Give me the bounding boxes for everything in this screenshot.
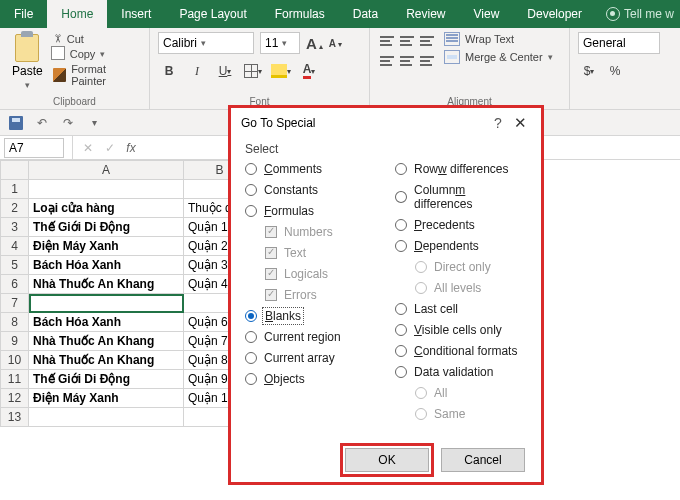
cancel-entry-button[interactable]: ✕ — [77, 137, 99, 159]
tell-me[interactable]: Tell me w — [606, 0, 680, 28]
select-label: Select — [245, 142, 527, 156]
select-all-corner[interactable] — [1, 161, 29, 180]
check-text: Text — [265, 246, 377, 260]
row-header[interactable]: 2 — [1, 199, 29, 218]
cell[interactable]: Bách Hóa Xanh — [29, 313, 184, 332]
close-button[interactable]: ✕ — [509, 114, 531, 132]
insert-function-button[interactable]: fx — [121, 141, 141, 155]
accounting-format-button[interactable]: $▾ — [578, 60, 600, 82]
check-numbers: Numbers — [265, 225, 377, 239]
enter-entry-button[interactable]: ✓ — [99, 137, 121, 159]
redo-button[interactable]: ↷ — [60, 115, 76, 131]
tab-review[interactable]: Review — [392, 0, 459, 28]
row-header[interactable]: 9 — [1, 332, 29, 351]
radio-row-differences[interactable]: Roww differences — [395, 162, 527, 176]
radio-data-validation[interactable]: Data validation — [395, 365, 527, 379]
cell[interactable]: Điện Máy Xanh — [29, 237, 184, 256]
cell[interactable]: Thế Giới Di Động — [29, 370, 184, 389]
group-clipboard: Paste ▾ ✂Cut Copy▾ Format Painter Clipbo… — [0, 28, 150, 109]
tab-file[interactable]: File — [0, 0, 47, 28]
wrap-icon — [444, 32, 460, 46]
alignment-buttons[interactable] — [378, 32, 436, 70]
lightbulb-icon — [606, 7, 620, 21]
ok-button[interactable]: OK — [345, 448, 429, 472]
italic-button[interactable]: I — [186, 60, 208, 82]
tab-insert[interactable]: Insert — [107, 0, 165, 28]
copy-button[interactable]: Copy▾ — [53, 48, 141, 60]
paste-label: Paste — [12, 64, 43, 78]
col-header-a[interactable]: A — [29, 161, 184, 180]
row-header[interactable]: 1 — [1, 180, 29, 199]
paste-button[interactable]: Paste ▾ — [8, 32, 47, 92]
row-header[interactable]: 8 — [1, 313, 29, 332]
increase-font-button[interactable]: A▴ — [306, 35, 323, 52]
qat-more[interactable]: ▾ — [86, 115, 102, 131]
radio-column-differences[interactable]: Columnm differences — [395, 183, 527, 211]
cell[interactable] — [29, 408, 184, 427]
font-name-combo[interactable]: Calibri▾ — [158, 32, 254, 54]
save-icon — [9, 116, 23, 130]
tab-view[interactable]: View — [460, 0, 514, 28]
font-color-button[interactable]: A▾ — [298, 60, 320, 82]
row-header[interactable]: 10 — [1, 351, 29, 370]
radio-current-array[interactable]: Current array — [245, 351, 377, 365]
cut-button[interactable]: ✂Cut — [53, 32, 141, 45]
cell[interactable] — [29, 180, 184, 199]
undo-button[interactable]: ↶ — [34, 115, 50, 131]
cell[interactable]: Nhà Thuốc An Khang — [29, 332, 184, 351]
row-header[interactable]: 12 — [1, 389, 29, 408]
cell[interactable]: Loại cửa hàng — [29, 199, 184, 218]
cell[interactable]: Thế Giới Di Động — [29, 218, 184, 237]
radio-last-cell[interactable]: Last cell — [395, 302, 527, 316]
wrap-text-button[interactable]: Wrap Text — [444, 32, 553, 46]
tab-developer[interactable]: Developer — [513, 0, 596, 28]
paste-icon — [15, 34, 39, 62]
tab-page-layout[interactable]: Page Layout — [165, 0, 260, 28]
cell[interactable]: Bách Hóa Xanh — [29, 256, 184, 275]
cell[interactable] — [29, 294, 184, 313]
row-header[interactable]: 5 — [1, 256, 29, 275]
group-font: Calibri▾ 11▾ A▴ A▾ B I U▾ ▾ ▾ A▾ Font — [150, 28, 370, 109]
row-header[interactable]: 13 — [1, 408, 29, 427]
decrease-font-button[interactable]: A▾ — [329, 38, 342, 49]
cell[interactable]: Nhà Thuốc An Khang — [29, 275, 184, 294]
radio-precedents[interactable]: Precedents — [395, 218, 527, 232]
dialog-title: Go To Special — [241, 116, 487, 130]
row-header[interactable]: 6 — [1, 275, 29, 294]
row-header[interactable]: 11 — [1, 370, 29, 389]
merge-center-button[interactable]: Merge & Center▾ — [444, 50, 553, 64]
row-header[interactable]: 3 — [1, 218, 29, 237]
format-painter-button[interactable]: Format Painter — [53, 63, 141, 87]
radio-formulas[interactable]: Formulas — [245, 204, 377, 218]
name-box[interactable] — [4, 138, 64, 158]
check-errors: Errors — [265, 288, 377, 302]
row-header[interactable]: 4 — [1, 237, 29, 256]
radio-objects[interactable]: Objects — [245, 372, 377, 386]
radio-visible-cells[interactable]: Visible cells only — [395, 323, 527, 337]
radio-blanks[interactable]: Blanks — [245, 309, 377, 323]
bold-button[interactable]: B — [158, 60, 180, 82]
save-button[interactable] — [8, 115, 24, 131]
number-format-combo[interactable]: General — [578, 32, 660, 54]
font-size-combo[interactable]: 11▾ — [260, 32, 300, 54]
percent-button[interactable]: % — [604, 60, 626, 82]
cell[interactable]: Nhà Thuốc An Khang — [29, 351, 184, 370]
group-number: General $▾ % — [570, 28, 680, 109]
cancel-button[interactable]: Cancel — [441, 448, 525, 472]
radio-conditional-formats[interactable]: Conditional formats — [395, 344, 527, 358]
radio-constants[interactable]: Constants — [245, 183, 377, 197]
help-button[interactable]: ? — [487, 115, 509, 131]
brush-icon — [53, 68, 66, 82]
radio-current-region[interactable]: Current region — [245, 330, 377, 344]
border-icon — [244, 64, 258, 78]
tab-formulas[interactable]: Formulas — [261, 0, 339, 28]
tab-home[interactable]: Home — [47, 0, 107, 28]
borders-button[interactable]: ▾ — [242, 60, 264, 82]
cell[interactable]: Điện Máy Xanh — [29, 389, 184, 408]
fill-color-button[interactable]: ▾ — [270, 60, 292, 82]
row-header[interactable]: 7 — [1, 294, 29, 313]
tab-data[interactable]: Data — [339, 0, 392, 28]
radio-comments[interactable]: Comments — [245, 162, 377, 176]
underline-button[interactable]: U▾ — [214, 60, 236, 82]
radio-dependents[interactable]: Dependents — [395, 239, 527, 253]
